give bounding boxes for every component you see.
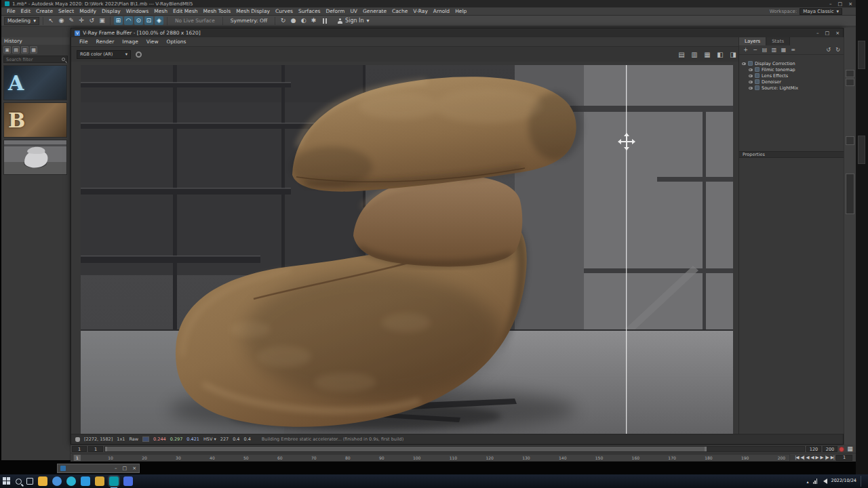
chrome-icon[interactable] bbox=[52, 476, 62, 486]
pan-hand-icon[interactable] bbox=[75, 437, 80, 442]
maya-menu-item[interactable]: Create bbox=[33, 8, 56, 14]
play-backwards-button[interactable]: ◀ bbox=[811, 455, 814, 460]
layer-list-icon[interactable]: ≡ bbox=[789, 46, 797, 54]
file-explorer-icon[interactable] bbox=[38, 476, 47, 486]
current-frame-field[interactable]: 1 bbox=[836, 455, 852, 461]
auto-key-icon[interactable] bbox=[839, 447, 844, 452]
start-button[interactable] bbox=[3, 477, 11, 485]
history-bookmark-icon[interactable]: ▣ bbox=[3, 46, 11, 54]
step-back-frame-button[interactable]: ◀| bbox=[800, 455, 804, 460]
layer-row-root[interactable]: Display Correction bbox=[739, 60, 844, 66]
search-input[interactable] bbox=[6, 57, 60, 62]
maya-menu-item[interactable]: V-Ray bbox=[410, 8, 430, 14]
duplicate-buffer-icon[interactable]: ◧ bbox=[715, 49, 725, 59]
snap-to-curve-icon[interactable]: ◠ bbox=[124, 16, 133, 25]
history-thumbnail-render[interactable] bbox=[3, 140, 67, 175]
minimize-icon[interactable]: – bbox=[829, 1, 832, 7]
history-search[interactable] bbox=[3, 56, 68, 63]
vfb-menu-item[interactable]: File bbox=[75, 39, 92, 45]
dock-tab[interactable]: Stats bbox=[766, 37, 790, 45]
network-icon[interactable] bbox=[813, 479, 819, 484]
dock-tab[interactable]: Layers bbox=[739, 37, 766, 45]
maya-menu-item[interactable]: Surfaces bbox=[296, 8, 323, 14]
render-frame-icon[interactable]: ● bbox=[289, 16, 298, 25]
load-image-icon[interactable]: ▥ bbox=[690, 49, 699, 59]
vfb-menu-item[interactable]: Render bbox=[92, 39, 119, 45]
maya-menu-item[interactable]: Edit bbox=[18, 8, 34, 14]
step-forward-frame-button[interactable]: |▶ bbox=[825, 455, 829, 460]
maya-menu-item[interactable]: File bbox=[4, 8, 18, 14]
workspace-dropdown[interactable]: Maya Classic ▾ bbox=[800, 8, 842, 15]
volume-icon[interactable] bbox=[823, 479, 827, 484]
symmetry-dropdown[interactable]: Symmetry: Off bbox=[231, 18, 267, 24]
history-save-icon[interactable]: ▥ bbox=[21, 46, 28, 54]
maya-menu-item[interactable]: Mesh bbox=[151, 8, 170, 14]
maya-menu-item[interactable]: Mesh Display bbox=[233, 8, 273, 14]
maya-menu-item[interactable]: Generate bbox=[360, 8, 389, 14]
anim-end-field[interactable]: 200 bbox=[823, 446, 837, 452]
maya-menu-item[interactable]: Mesh Tools bbox=[201, 8, 234, 14]
folder-icon[interactable] bbox=[95, 476, 104, 486]
maya-menu-item[interactable]: Curves bbox=[273, 8, 296, 14]
visibility-eye-icon[interactable] bbox=[742, 62, 746, 65]
visibility-eye-icon[interactable] bbox=[749, 68, 753, 71]
time-slider[interactable]: 1 01020304050607080901001101201301401501… bbox=[72, 454, 790, 462]
ipr-render-icon[interactable]: ◐ bbox=[299, 16, 308, 25]
edge-icon[interactable] bbox=[66, 476, 76, 486]
render-viewport[interactable] bbox=[81, 65, 733, 434]
minimize-icon[interactable]: – bbox=[816, 30, 819, 36]
pause-icon[interactable] bbox=[323, 18, 327, 24]
close-icon[interactable]: × bbox=[848, 1, 852, 7]
visibility-eye-icon[interactable] bbox=[749, 81, 753, 83]
channel-dropdown[interactable]: RGB color (AR) ▾ bbox=[77, 50, 131, 59]
history-snapshot-icon[interactable]: ▤ bbox=[12, 46, 20, 54]
add-layer-icon[interactable]: + bbox=[742, 46, 749, 54]
photos-icon[interactable] bbox=[123, 476, 133, 486]
minimize-icon[interactable]: – bbox=[115, 466, 117, 471]
history-options-icon[interactable]: ▦ bbox=[30, 46, 37, 54]
maya-menu-item[interactable]: Help bbox=[452, 8, 469, 14]
show-desktop-button[interactable] bbox=[861, 476, 863, 487]
move-tool-icon[interactable]: ✛ bbox=[77, 16, 86, 25]
maya-menu-item[interactable]: Edit Mesh bbox=[170, 8, 201, 14]
maya-menu-item[interactable]: Windows bbox=[123, 8, 151, 14]
go-to-end-button[interactable]: ▶| bbox=[831, 455, 834, 460]
step-back-key-button[interactable]: ◀ bbox=[806, 455, 809, 460]
mini-window-titlebar[interactable]: – □ × bbox=[57, 464, 140, 473]
close-icon[interactable]: × bbox=[835, 30, 840, 36]
layer-folder-icon[interactable]: ▤ bbox=[761, 46, 768, 54]
vfb-titlebar[interactable]: V V-Ray Frame Buffer - [100.0% of 2880 x… bbox=[71, 28, 843, 37]
history-thumbnail-b[interactable]: B bbox=[3, 102, 67, 138]
render-settings-icon[interactable]: ✱ bbox=[309, 16, 318, 25]
snap-to-point-icon[interactable]: ⊙ bbox=[134, 16, 143, 25]
maya-icon[interactable] bbox=[109, 476, 119, 486]
layer-copy-icon[interactable]: ▥ bbox=[770, 46, 778, 54]
paint-select-icon[interactable]: ✎ bbox=[67, 16, 76, 25]
hidden-icons-chevron[interactable]: ▴ bbox=[807, 479, 809, 484]
maya-menu-item[interactable]: UV bbox=[347, 8, 360, 14]
vfb-menu-item[interactable]: View bbox=[142, 39, 163, 45]
range-end-field[interactable]: 120 bbox=[806, 446, 821, 452]
visibility-eye-icon[interactable] bbox=[749, 87, 753, 89]
maximize-icon[interactable]: □ bbox=[825, 30, 830, 36]
sign-in-button[interactable]: Sign In ▾ bbox=[337, 18, 369, 24]
compare-horizontal-icon[interactable]: ◨ bbox=[728, 49, 738, 59]
panel-tab[interactable] bbox=[858, 136, 865, 164]
vfb-menu-item[interactable]: Image bbox=[118, 39, 142, 45]
play-forward-button[interactable]: ▶ bbox=[816, 455, 818, 460]
anim-start-field[interactable]: 1 bbox=[72, 446, 87, 452]
undo-icon[interactable]: ↺ bbox=[825, 46, 832, 54]
vscode-icon[interactable] bbox=[81, 476, 90, 486]
layer-row[interactable]: Lens Effects bbox=[739, 73, 844, 79]
maya-menu-item[interactable]: Arnold bbox=[431, 8, 452, 14]
history-thumbnail-a[interactable]: A bbox=[3, 65, 67, 100]
channel-circle-icon[interactable] bbox=[136, 52, 142, 58]
save-image-icon[interactable]: ▤ bbox=[677, 49, 686, 59]
make-live-icon[interactable]: ◈ bbox=[155, 16, 163, 25]
clear-image-icon[interactable]: ▦ bbox=[703, 49, 712, 59]
taskbar-search-icon[interactable] bbox=[16, 479, 22, 485]
maya-titlebar[interactable]: 1.mb* - Autodesk Maya 2020: D:\Work 2022… bbox=[1, 0, 856, 7]
hsv-dropdown[interactable]: HSV ▾ bbox=[203, 436, 216, 442]
current-frame-marker[interactable]: 1 bbox=[74, 455, 81, 461]
scale-tool-icon[interactable]: ▣ bbox=[98, 16, 106, 25]
